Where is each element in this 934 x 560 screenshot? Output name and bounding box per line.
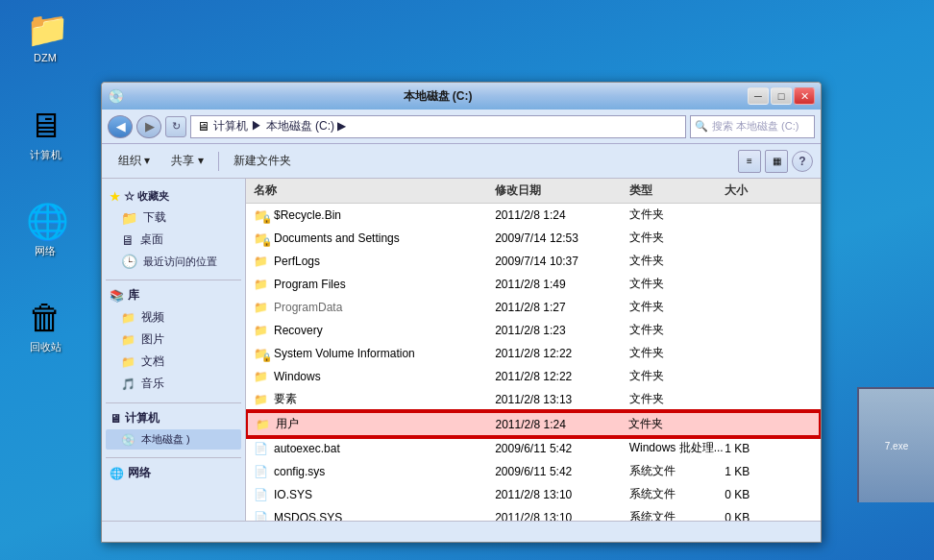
new-folder-button[interactable]: 新建文件夹 — [225, 149, 300, 174]
file-name: MSDOS.SYS — [274, 511, 342, 522]
library-icon: 📚 — [110, 289, 124, 303]
help-button[interactable]: ? — [792, 151, 813, 172]
download-folder-icon: 📁 — [121, 210, 137, 226]
sidebar-item-download[interactable]: 📁 下载 — [106, 207, 241, 229]
sidebar-item-music[interactable]: 🎵 音乐 — [106, 373, 241, 395]
file-date: 2011/2/8 12:22 — [495, 370, 629, 383]
file-row[interactable]: 📁🔒System Volume Information2011/2/8 12:2… — [246, 342, 821, 365]
file-name: Documents and Settings — [274, 231, 400, 245]
file-icon: 📁🔒 — [254, 231, 268, 245]
recycle-icon: 🗑 — [26, 298, 64, 336]
file-date: 2009/6/11 5:42 — [495, 442, 629, 455]
file-row[interactable]: 📁Windows2011/2/8 12:22文件夹 — [246, 365, 821, 388]
view-toggle-button[interactable]: ≡ — [738, 150, 761, 173]
file-row[interactable]: 📁用户2011/2/8 1:24文件夹 — [246, 411, 821, 437]
sidebar: ★ ☆ 收藏夹 📁 下载 🖥 桌面 🕒 最近访问的位置 — [102, 179, 246, 521]
file-icon: 📁 — [254, 255, 268, 268]
refresh-button[interactable]: ↻ — [165, 116, 186, 137]
file-size: 0 KB — [725, 488, 821, 501]
file-type: 文件夹 — [629, 207, 725, 223]
desktop-icon-dzm[interactable]: 📁 DZM — [14, 10, 76, 63]
window-title-icon: 💿 — [108, 88, 124, 104]
file-date: 2011/2/8 13:10 — [495, 488, 629, 501]
file-list-header: 名称 修改日期 类型 大小 — [246, 179, 821, 204]
file-name: Program Files — [274, 278, 346, 291]
file-name: Windows — [274, 370, 321, 383]
file-list: 名称 修改日期 类型 大小 📁🔒$Recycle.Bin2011/2/8 1:2… — [246, 179, 821, 521]
network-icon: 🌐 — [26, 202, 64, 240]
computer-section: 🖥 计算机 💿 本地磁盘 ) — [106, 407, 241, 450]
partial-window: 7.exe — [857, 387, 934, 502]
column-date[interactable]: 修改日期 — [495, 183, 629, 199]
share-button[interactable]: 共享 ▾ — [162, 149, 211, 174]
detail-view-button[interactable]: ▦ — [765, 150, 788, 173]
file-date: 2011/2/8 12:22 — [495, 347, 629, 360]
toolbar: 组织 ▾ 共享 ▾ 新建文件夹 ≡ ▦ ? — [102, 144, 821, 179]
file-icon: 📄 — [254, 465, 268, 478]
network-section-header: 🌐 网络 — [106, 462, 241, 484]
file-date: 2009/7/14 12:53 — [495, 231, 629, 245]
file-date: 2011/2/8 1:27 — [495, 301, 629, 314]
column-size[interactable]: 大小 — [725, 183, 821, 199]
back-button[interactable]: ◀ — [108, 115, 133, 138]
favorites-section: ★ ☆ 收藏夹 📁 下载 🖥 桌面 🕒 最近访问的位置 — [106, 186, 241, 272]
close-button[interactable]: ✕ — [794, 87, 815, 105]
sidebar-divider-2 — [106, 402, 241, 403]
computer-section-icon: 🖥 — [110, 412, 121, 426]
search-box[interactable]: 🔍 搜索 本地磁盘 (C:) — [690, 115, 815, 138]
music-icon: 🎵 — [121, 377, 135, 391]
minimize-button[interactable]: ─ — [748, 87, 769, 105]
file-icon: 📁 — [254, 301, 268, 314]
window-title: 本地磁盘 (C:) — [400, 88, 473, 105]
dzm-label: DZM — [34, 52, 57, 63]
file-type: Windows 批处理... — [629, 440, 725, 456]
file-row[interactable]: 📄MSDOS.SYS2011/2/8 13:10系统文件0 KB — [246, 506, 821, 521]
file-row[interactable]: 📁Program Files2011/2/8 1:49文件夹 — [246, 273, 821, 296]
file-date: 2011/2/8 13:13 — [495, 393, 629, 406]
file-size: 1 KB — [725, 465, 821, 478]
file-row[interactable]: 📄autoexec.bat2009/6/11 5:42Windows 批处理..… — [246, 437, 821, 460]
desktop-icon-network[interactable]: 🌐 网络 — [14, 202, 76, 258]
file-name: PerfLogs — [274, 255, 320, 268]
column-name[interactable]: 名称 — [246, 183, 495, 199]
file-type: 文件夹 — [629, 345, 725, 361]
organize-button[interactable]: 组织 ▾ — [110, 149, 159, 174]
file-row[interactable]: 📁🔒Documents and Settings2009/7/14 12:53文… — [246, 227, 821, 250]
column-type[interactable]: 类型 — [629, 183, 725, 199]
desktop-icon-computer[interactable]: 🖥 计算机 — [14, 106, 76, 162]
c-drive-icon: 💿 — [121, 433, 135, 447]
forward-button[interactable]: ▶ — [136, 115, 161, 138]
file-row[interactable]: 📁PerfLogs2009/7/14 10:37文件夹 — [246, 250, 821, 273]
lock-icon: 🔒 — [261, 214, 272, 224]
file-row[interactable]: 📁🔒$Recycle.Bin2011/2/8 1:24文件夹 — [246, 204, 821, 227]
file-date: 2009/6/11 5:42 — [495, 465, 629, 478]
computer-icon: 🖥 — [26, 106, 64, 144]
file-type: 文件夹 — [629, 253, 725, 269]
file-rows-container: 📁🔒$Recycle.Bin2011/2/8 1:24文件夹📁🔒Document… — [246, 204, 821, 521]
path-text: 计算机 ▶ 本地磁盘 (C:) ▶ — [213, 118, 346, 134]
file-date: 2011/2/8 1:23 — [495, 324, 629, 337]
file-icon: 📁 — [254, 324, 268, 337]
file-row[interactable]: 📄IO.SYS2011/2/8 13:10系统文件0 KB — [246, 483, 821, 506]
file-type: 文件夹 — [629, 322, 725, 338]
sidebar-item-doc[interactable]: 📁 文档 — [106, 351, 241, 373]
main-area: ★ ☆ 收藏夹 📁 下载 🖥 桌面 🕒 最近访问的位置 — [102, 179, 821, 521]
file-row[interactable]: 📁Recovery2011/2/8 1:23文件夹 — [246, 319, 821, 342]
address-path[interactable]: 🖥 计算机 ▶ 本地磁盘 (C:) ▶ — [190, 115, 686, 138]
sidebar-item-desktop[interactable]: 🖥 桌面 — [106, 229, 241, 251]
title-bar: 💿 本地磁盘 (C:) ─ □ ✕ — [102, 83, 821, 110]
file-row[interactable]: 📁ProgramData2011/2/8 1:27文件夹 — [246, 296, 821, 319]
file-name: config.sys — [274, 465, 325, 478]
sidebar-item-video[interactable]: 📁 视频 — [106, 306, 241, 329]
file-row[interactable]: 📄config.sys2009/6/11 5:42系统文件1 KB — [246, 460, 821, 483]
sidebar-item-c-drive[interactable]: 💿 本地磁盘 ) — [106, 429, 241, 450]
file-size: 0 KB — [725, 511, 821, 522]
sidebar-item-picture[interactable]: 📁 图片 — [106, 329, 241, 351]
maximize-button[interactable]: □ — [771, 87, 792, 105]
sidebar-item-recent[interactable]: 🕒 最近访问的位置 — [106, 251, 241, 272]
title-bar-buttons: ─ □ ✕ — [748, 87, 815, 105]
file-row[interactable]: 📁要素2011/2/8 13:13文件夹 — [246, 388, 821, 411]
network-label: 网络 — [35, 244, 56, 258]
desktop-icon-recycle[interactable]: 🗑 回收站 — [14, 298, 76, 354]
file-name: autoexec.bat — [274, 442, 340, 455]
